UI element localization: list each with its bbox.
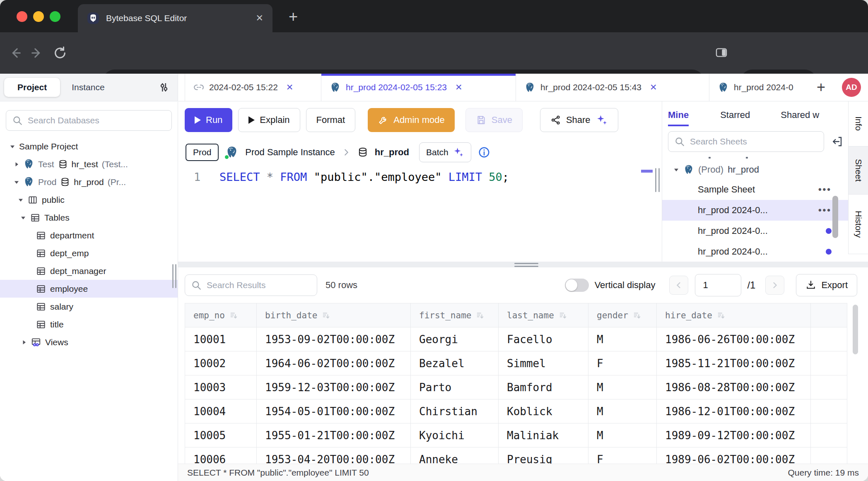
tree-item-hr-prod[interactable]: Prod hr_prod (Pr...: [0, 173, 178, 191]
database-search[interactable]: [6, 110, 172, 131]
table-row[interactable]: 10004 1954-05-01T00:00:00Z Chirstian Kob…: [185, 399, 847, 423]
caret-down-icon[interactable]: [20, 215, 26, 221]
sheet-item-unsaved-1[interactable]: hr_prod 2024-0...: [662, 221, 848, 241]
page-number-input[interactable]: [695, 274, 741, 296]
table-row[interactable]: 10005 1955-01-21T00:00:00Z Kyoichi Malin…: [185, 423, 847, 447]
results-search[interactable]: [185, 274, 317, 296]
sort-icon[interactable]: [558, 311, 567, 320]
tab-info[interactable]: Info: [848, 101, 868, 147]
sheet-tab-1[interactable]: 2024-02-05 15:22 ✕: [185, 74, 321, 101]
new-browser-tab-button[interactable]: +: [282, 6, 304, 27]
database-name[interactable]: hr_prod: [375, 147, 409, 158]
sheet-item-selected[interactable]: hr_prod 2024-0... •••: [662, 200, 848, 221]
caret-down-icon[interactable]: [17, 197, 24, 203]
forward-icon[interactable]: [30, 46, 44, 60]
column-header-hire-date[interactable]: hire_date: [657, 303, 811, 327]
column-header-birth-date[interactable]: birth_date: [257, 303, 411, 327]
tab-history[interactable]: History: [848, 195, 868, 254]
save-button[interactable]: Save: [465, 108, 523, 132]
next-page-button[interactable]: [765, 276, 784, 295]
database-search-input[interactable]: [28, 115, 166, 125]
horizontal-splitter[interactable]: [178, 262, 868, 267]
tab-mine[interactable]: Mine: [668, 110, 689, 126]
results-scrollbar[interactable]: [853, 305, 858, 354]
sort-icon[interactable]: [321, 311, 330, 320]
caret-down-icon[interactable]: [673, 167, 679, 173]
user-avatar[interactable]: AD: [842, 78, 861, 97]
caret-right-icon[interactable]: [13, 161, 19, 167]
sort-icon[interactable]: [716, 311, 726, 320]
import-sheet-icon[interactable]: [831, 135, 843, 148]
connection-info-icon[interactable]: [478, 146, 490, 159]
new-sheet-tab-button[interactable]: +: [817, 79, 825, 96]
sheet-tab-2-active[interactable]: hr_prod 2024-02-05 15:23 ✕: [321, 74, 516, 101]
explain-button[interactable]: Explain: [238, 108, 300, 132]
sort-icon[interactable]: [229, 311, 238, 320]
back-icon[interactable]: [8, 46, 22, 60]
editor-minimap[interactable]: [641, 166, 653, 259]
share-button[interactable]: Share: [540, 108, 618, 132]
format-button[interactable]: Format: [306, 108, 356, 132]
export-button[interactable]: Export: [796, 274, 857, 296]
table-row[interactable]: 10003 1959-12-03T00:00:00Z Parto Bamford…: [185, 375, 847, 399]
tree-item-table-dept-emp[interactable]: dept_emp: [0, 244, 178, 262]
sheet-item-unsaved-2[interactable]: hr_prod 2024-0...: [662, 241, 848, 262]
batch-button[interactable]: Batch: [419, 142, 471, 162]
column-header-last-name[interactable]: last_name: [499, 303, 588, 327]
more-menu-icon[interactable]: •••: [818, 184, 832, 195]
table-row[interactable]: 10006 1953-04-20T00:00:00Z Anneke Preusi…: [185, 447, 847, 464]
filter-sliders-icon[interactable]: [158, 81, 170, 94]
instance-name[interactable]: Prod Sample Instance: [245, 147, 335, 158]
minimize-window-button[interactable]: [33, 11, 44, 22]
tree-item-views-group[interactable]: Views: [0, 333, 178, 351]
sidebar-resize-handle[interactable]: [172, 264, 176, 288]
close-tab-icon[interactable]: ✕: [650, 82, 657, 92]
column-header-gender[interactable]: gender: [588, 303, 657, 327]
fullscreen-window-button[interactable]: [50, 11, 60, 22]
tab-starred[interactable]: Starred: [720, 110, 750, 126]
tree-item-hr-test[interactable]: Test hr_test (Test...: [0, 155, 178, 173]
tab-project[interactable]: Project: [4, 78, 60, 97]
tree-item-table-dept-manager[interactable]: dept_manager: [0, 262, 178, 280]
run-button[interactable]: Run: [185, 108, 232, 132]
side-panel-icon[interactable]: [715, 46, 729, 60]
tab-instance[interactable]: Instance: [60, 78, 116, 97]
tab-shared[interactable]: Shared w: [781, 110, 819, 126]
admin-mode-button[interactable]: Admin mode: [368, 108, 455, 132]
sheet-tab-3[interactable]: hr_prod 2024-02-05 15:43 ✕: [516, 74, 709, 101]
tree-item-schema-public[interactable]: public: [0, 191, 178, 209]
tree-item-tables-group[interactable]: Tables: [0, 209, 178, 226]
sheet-list-scrollbar[interactable]: [832, 196, 838, 238]
panel-resize-handle[interactable]: [655, 168, 660, 192]
tree-item-table-salary[interactable]: salary: [0, 298, 178, 315]
sheet-search[interactable]: [668, 131, 824, 152]
sheet-tab-4[interactable]: hr_prod 2024-0: [709, 74, 810, 101]
close-window-button[interactable]: [17, 11, 27, 22]
caret-down-icon[interactable]: [13, 179, 19, 185]
close-tab-icon[interactable]: ✕: [286, 82, 294, 92]
sheet-item-sample[interactable]: Sample Sheet •••: [662, 179, 848, 200]
column-header-first-name[interactable]: first_name: [411, 303, 499, 327]
tree-item-table-title[interactable]: title: [0, 315, 178, 333]
table-row[interactable]: 10002 1964-06-02T00:00:00Z Bezalel Simme…: [185, 351, 847, 375]
sort-icon[interactable]: [475, 311, 485, 320]
tab-sheet[interactable]: Sheet: [848, 147, 868, 195]
sql-code-editor[interactable]: 1 SELECT * FROM "public"."employee" LIMI…: [178, 166, 662, 262]
sheet-search-input[interactable]: [690, 137, 818, 147]
tree-item-table-employee[interactable]: employee: [0, 280, 178, 298]
close-tab-icon[interactable]: ✕: [455, 82, 463, 92]
table-row[interactable]: 10001 1953-09-02T00:00:00Z Georgi Facell…: [185, 327, 847, 351]
vertical-display-toggle[interactable]: [565, 279, 589, 292]
sheet-group-hr-prod[interactable]: (Prod) hr_prod: [662, 160, 848, 179]
sort-icon[interactable]: [632, 311, 641, 320]
more-menu-icon[interactable]: •••: [818, 205, 832, 216]
caret-down-icon[interactable]: [9, 144, 15, 149]
results-search-input[interactable]: [207, 280, 311, 290]
caret-right-icon[interactable]: [21, 339, 27, 345]
tree-item-project[interactable]: Sample Project: [0, 137, 178, 155]
browser-tab[interactable]: Bytebase SQL Editor ✕: [78, 4, 272, 32]
prev-page-button[interactable]: [669, 276, 688, 295]
browser-tab-close-icon[interactable]: ✕: [256, 13, 263, 24]
reload-icon[interactable]: [53, 46, 67, 60]
column-header-emp-no[interactable]: emp_no: [185, 303, 257, 327]
